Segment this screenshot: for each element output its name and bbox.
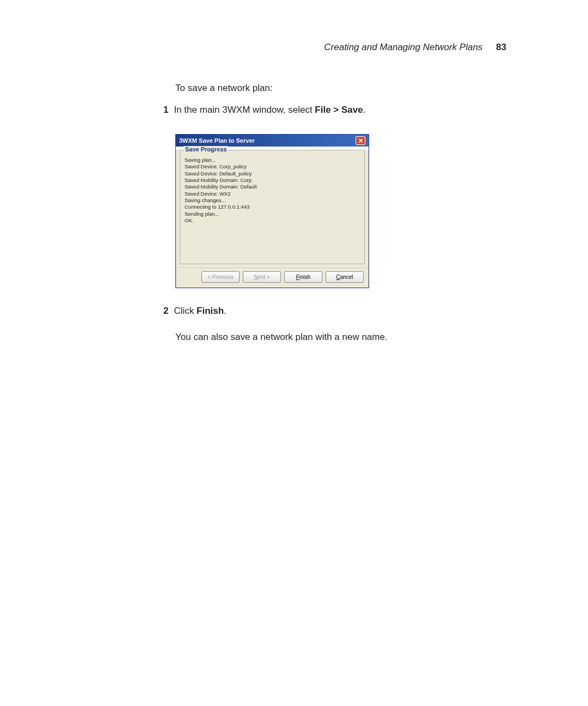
- dialog-button-row: < Previous Next > Finish Cancel: [176, 267, 368, 287]
- save-plan-dialog: 3WXM Save Plan to Server ✕ Save Progress…: [175, 134, 369, 288]
- step-1: 1 In the main 3WXM window, select File >…: [175, 105, 502, 115]
- log-line: Saved Device: Default_policy: [185, 171, 360, 177]
- save-progress-group: Save Progress Saving plan... Saved Devic…: [180, 150, 365, 264]
- dialog-title: 3WXM Save Plan to Server: [179, 137, 255, 144]
- step-2-prefix: Click: [174, 306, 197, 316]
- step-1-prefix: In the main 3WXM window, select: [174, 105, 315, 115]
- log-line: Connecting to 127.0.0.1:443: [185, 204, 360, 210]
- group-label: Save Progress: [183, 146, 228, 153]
- header-title: Creating and Managing Network Plans: [324, 42, 482, 52]
- page-header: Creating and Managing Network Plans 83: [324, 42, 506, 53]
- page-number: 83: [496, 42, 506, 52]
- log-line: Saved Device: Corp_policy: [185, 163, 360, 170]
- step-2-bold: Finish: [197, 306, 224, 316]
- progress-log: Saving plan... Saved Device: Corp_policy…: [185, 157, 360, 224]
- followup-text: You can also save a network plan with a …: [175, 332, 502, 343]
- intro-text: To save a network plan:: [175, 83, 502, 94]
- step-2: 2 Click Finish.: [175, 306, 502, 317]
- step-1-text: In the main 3WXM window, select File > S…: [174, 105, 365, 115]
- log-line: Sending plan...: [185, 211, 360, 217]
- finish-button[interactable]: Finish: [284, 271, 322, 283]
- step-2-suffix: .: [224, 306, 226, 316]
- log-line: OK.: [185, 217, 360, 224]
- log-line: Saving plan...: [185, 157, 360, 163]
- cancel-button[interactable]: Cancel: [326, 271, 364, 283]
- step-2-number: 2: [163, 306, 168, 317]
- log-line: Saved Mobility Domain: Corp: [185, 177, 360, 184]
- previous-button: < Previous: [201, 271, 240, 283]
- close-button[interactable]: ✕: [356, 136, 365, 145]
- log-line: Saved Mobility Domain: Default: [185, 184, 360, 190]
- step-2-text: Click Finish.: [174, 306, 226, 317]
- log-line: Saved Device: WX2: [185, 191, 360, 197]
- dialog-title-bar: 3WXM Save Plan to Server ✕: [176, 135, 369, 147]
- dialog-body: Save Progress Saving plan... Saved Devic…: [176, 150, 369, 288]
- close-icon: ✕: [358, 138, 363, 144]
- next-button: Next >: [243, 271, 281, 283]
- content-area: To save a network plan: 1 In the main 3W…: [175, 83, 502, 343]
- step-1-bold: File > Save: [315, 105, 363, 115]
- step-1-number: 1: [163, 105, 168, 115]
- step-1-suffix: .: [363, 105, 366, 115]
- log-line: Saving changes...: [185, 197, 360, 204]
